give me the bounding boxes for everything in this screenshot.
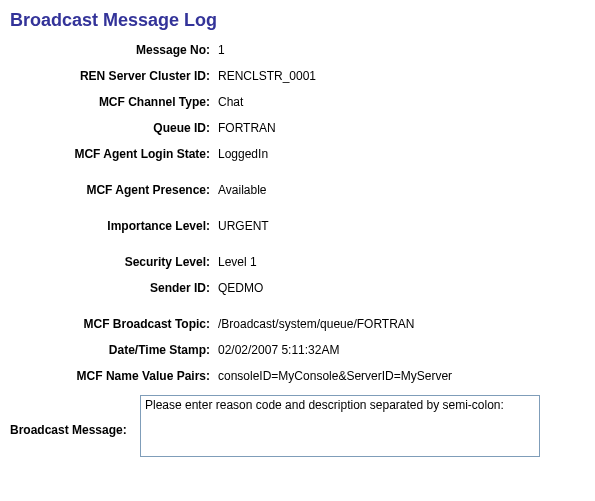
- datetime-value: 02/02/2007 5:11:32AM: [218, 343, 585, 357]
- presence-value: Available: [218, 183, 585, 197]
- queue-id-value: FORTRAN: [218, 121, 585, 135]
- broadcast-topic-row: MCF Broadcast Topic: /Broadcast/system/q…: [10, 317, 585, 331]
- nv-pairs-row: MCF Name Value Pairs: consoleID=MyConsol…: [10, 369, 585, 383]
- datetime-label: Date/Time Stamp:: [10, 343, 218, 357]
- broadcast-message-row: Broadcast Message:: [10, 395, 585, 457]
- ren-cluster-value: RENCLSTR_0001: [218, 69, 585, 83]
- login-state-value: LoggedIn: [218, 147, 585, 161]
- message-no-label: Message No:: [10, 43, 218, 57]
- security-row: Security Level: Level 1: [10, 255, 585, 269]
- channel-type-row: MCF Channel Type: Chat: [10, 95, 585, 109]
- ren-cluster-label: REN Server Cluster ID:: [10, 69, 218, 83]
- message-no-value: 1: [218, 43, 585, 57]
- login-state-label: MCF Agent Login State:: [10, 147, 218, 161]
- sender-id-label: Sender ID:: [10, 281, 218, 295]
- queue-id-row: Queue ID: FORTRAN: [10, 121, 585, 135]
- nv-pairs-value: consoleID=MyConsole&ServerID=MyServer: [218, 369, 585, 383]
- sender-id-value: QEDMO: [218, 281, 585, 295]
- presence-label: MCF Agent Presence:: [10, 183, 218, 197]
- presence-row: MCF Agent Presence: Available: [10, 183, 585, 197]
- queue-id-label: Queue ID:: [10, 121, 218, 135]
- security-label: Security Level:: [10, 255, 218, 269]
- broadcast-message-label: Broadcast Message:: [10, 395, 140, 437]
- datetime-row: Date/Time Stamp: 02/02/2007 5:11:32AM: [10, 343, 585, 357]
- nv-pairs-label: MCF Name Value Pairs:: [10, 369, 218, 383]
- login-state-row: MCF Agent Login State: LoggedIn: [10, 147, 585, 161]
- channel-type-label: MCF Channel Type:: [10, 95, 218, 109]
- security-value: Level 1: [218, 255, 585, 269]
- page-title: Broadcast Message Log: [10, 10, 585, 31]
- broadcast-message-textarea[interactable]: [140, 395, 540, 457]
- broadcast-topic-label: MCF Broadcast Topic:: [10, 317, 218, 331]
- broadcast-topic-value: /Broadcast/system/queue/FORTRAN: [218, 317, 585, 331]
- channel-type-value: Chat: [218, 95, 585, 109]
- importance-value: URGENT: [218, 219, 585, 233]
- ren-cluster-row: REN Server Cluster ID: RENCLSTR_0001: [10, 69, 585, 83]
- sender-id-row: Sender ID: QEDMO: [10, 281, 585, 295]
- importance-row: Importance Level: URGENT: [10, 219, 585, 233]
- message-no-row: Message No: 1: [10, 43, 585, 57]
- importance-label: Importance Level:: [10, 219, 218, 233]
